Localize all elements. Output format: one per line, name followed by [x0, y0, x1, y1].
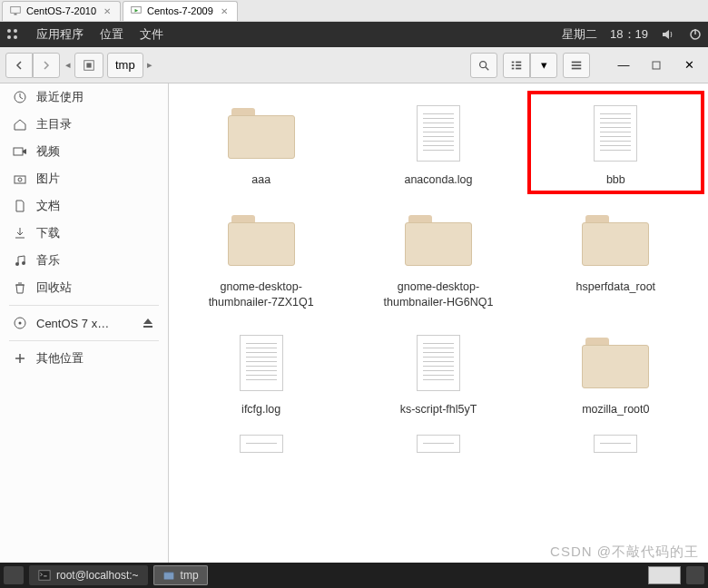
trash-icon [13, 280, 27, 295]
sidebar-item-home[interactable]: 主目录 [0, 111, 168, 138]
document-icon [240, 335, 283, 391]
breadcrumb-root[interactable] [74, 53, 103, 78]
sidebar-item-videos[interactable]: 视频 [0, 138, 168, 165]
view-list-button[interactable] [503, 53, 530, 78]
file-item[interactable]: bbb [529, 93, 703, 192]
sidebar-item-music[interactable]: 音乐 [0, 247, 168, 274]
window-minimize-button[interactable]: — [610, 53, 637, 78]
close-icon[interactable]: ✕ [219, 5, 230, 16]
svg-point-28 [22, 261, 25, 265]
sidebar-item-downloads[interactable]: 下载 [0, 220, 168, 247]
folder-icon [228, 108, 295, 159]
file-item[interactable] [351, 429, 525, 458]
file-item[interactable]: ifcfg.log [174, 322, 348, 422]
svg-rect-14 [516, 61, 521, 63]
sidebar-item-trash[interactable]: 回收站 [0, 274, 168, 301]
folder-item[interactable]: hsperfdata_root [529, 200, 703, 315]
svg-point-27 [15, 262, 19, 266]
sidebar-item-label: 文档 [36, 198, 60, 214]
file-label: mozilla_root0 [582, 402, 649, 416]
document-icon [417, 435, 460, 453]
clock-time: 18：19 [610, 26, 648, 43]
taskbar-item-files[interactable]: tmp [153, 565, 208, 585]
svg-rect-22 [653, 62, 660, 69]
svg-rect-24 [14, 148, 23, 155]
camera-icon [13, 172, 27, 186]
file-label: hsperfdata_root [576, 279, 656, 294]
file-label: gnome-desktop-thumbnailer-7ZX1Q1 [198, 279, 325, 309]
vm-tab[interactable]: CentOS-7-2010 ✕ [2, 1, 121, 21]
file-item[interactable] [174, 429, 348, 458]
terminal-icon [38, 569, 51, 582]
folder-item[interactable]: aaa [174, 93, 348, 192]
sidebar-item-label: 其他位置 [36, 350, 84, 367]
view-dropdown-button[interactable]: ▾ [530, 53, 557, 78]
files-icon [162, 569, 175, 582]
svg-rect-18 [516, 67, 521, 69]
power-icon[interactable] [688, 27, 703, 42]
vm-tab[interactable]: Centos-7-2009 ✕ [123, 1, 238, 21]
sidebar-item-label: 音乐 [36, 252, 60, 269]
sidebar-item-label: 回收站 [36, 279, 72, 296]
chevron-left-icon[interactable]: ◂ [65, 59, 71, 71]
file-item[interactable]: anaconda.log [351, 93, 525, 192]
svg-rect-19 [572, 61, 582, 63]
window-close-button[interactable]: ✕ [675, 53, 703, 78]
document-icon [594, 105, 637, 162]
svg-rect-15 [512, 64, 515, 66]
volume-icon[interactable] [661, 27, 675, 42]
menu-files[interactable]: 文件 [140, 26, 163, 43]
sidebar-item-label: 主目录 [36, 116, 72, 132]
clock-day: 星期二 [562, 26, 597, 43]
breadcrumb-segment[interactable]: tmp [107, 53, 143, 78]
hamburger-menu-button[interactable] [563, 53, 590, 78]
file-item[interactable] [529, 429, 703, 458]
folder-item[interactable]: gnome-desktop-thumbnailer-HG6NQ1 [351, 200, 525, 315]
file-item[interactable]: ks-script-fhl5yT [351, 322, 525, 422]
file-icon-view[interactable]: aaaanaconda.logbbbgnome-desktop-thumbnai… [169, 83, 708, 563]
window-maximize-button[interactable] [643, 53, 670, 78]
folder-icon [228, 215, 295, 266]
tray-button[interactable] [686, 566, 704, 584]
menu-places[interactable]: 位置 [100, 26, 123, 43]
sidebar-item-label: 图片 [36, 171, 60, 187]
file-label: ifcfg.log [241, 402, 280, 416]
chevron-right-icon[interactable]: ▸ [147, 59, 152, 71]
sidebar-item-disk[interactable]: CentOS 7 x… [0, 309, 168, 337]
forward-button[interactable] [33, 53, 60, 78]
close-icon[interactable]: ✕ [102, 5, 113, 16]
svg-point-3 [7, 29, 11, 33]
monitor-icon [10, 5, 21, 16]
activities-icon[interactable] [5, 27, 20, 42]
svg-point-6 [14, 35, 17, 39]
workspace-indicator[interactable] [648, 566, 681, 584]
folder-item[interactable]: mozilla_root0 [529, 322, 703, 422]
taskbar-item-label: tmp [181, 569, 199, 582]
sidebar-item-other[interactable]: 其他位置 [0, 345, 168, 372]
eject-icon[interactable] [141, 316, 155, 330]
search-button[interactable] [470, 53, 497, 78]
sidebar-item-pictures[interactable]: 图片 [0, 165, 168, 192]
svg-rect-20 [572, 64, 582, 66]
sidebar-item-recent[interactable]: 最近使用 [0, 83, 168, 111]
sidebar-item-documents[interactable]: 文档 [0, 192, 168, 220]
sidebar-item-label: 最近使用 [36, 89, 84, 105]
svg-line-12 [486, 66, 489, 70]
taskbar-item-terminal[interactable]: root@localhost:~ [29, 565, 148, 585]
svg-rect-33 [163, 573, 173, 579]
svg-rect-10 [86, 63, 91, 67]
back-button[interactable] [5, 53, 33, 78]
clock-icon [13, 90, 27, 104]
svg-point-26 [18, 178, 22, 181]
svg-point-30 [19, 322, 22, 325]
file-label: aaa [251, 172, 270, 187]
places-sidebar: 最近使用 主目录 视频 图片 文档 下载 音乐 回收站 [0, 83, 169, 563]
file-label: gnome-desktop-thumbnailer-HG6NQ1 [375, 279, 502, 309]
menu-applications[interactable]: 应用程序 [36, 26, 84, 43]
folder-item[interactable]: gnome-desktop-thumbnailer-7ZX1Q1 [174, 200, 348, 315]
svg-rect-0 [11, 7, 21, 14]
show-desktop-button[interactable] [4, 566, 24, 584]
vm-tab-label: CentOS-7-2010 [26, 5, 96, 16]
document-icon [417, 105, 460, 162]
svg-rect-1 [15, 14, 17, 15]
